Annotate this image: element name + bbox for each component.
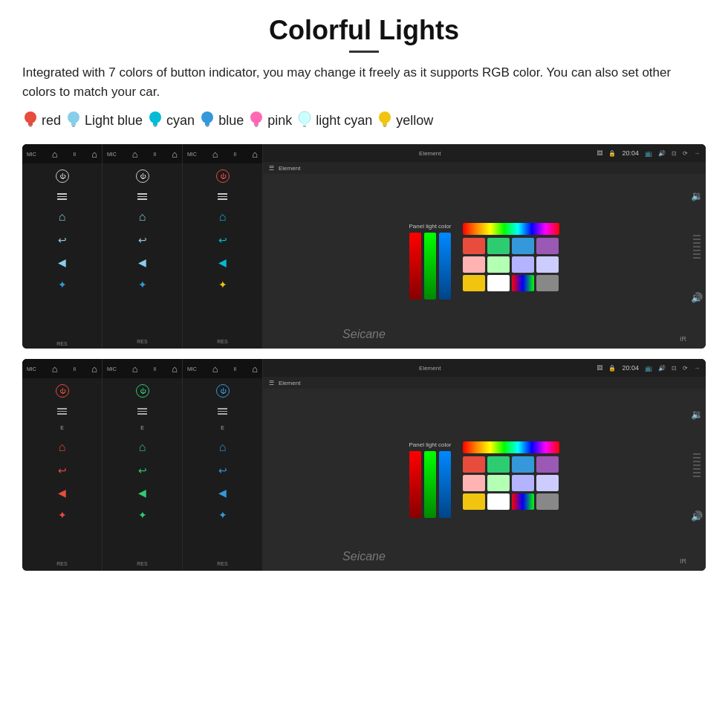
svg-rect-11 [206, 126, 209, 127]
lightcyan-bulb-icon [296, 110, 313, 131]
bottom-unit-section: MIC ⌂ II ⌂ ⏻ E ⌂ ↩ ◀ ✦ [22, 359, 706, 571]
svg-rect-7 [153, 123, 157, 126]
pink-label: pink [267, 113, 292, 129]
screen-subtitle: Element [279, 165, 300, 172]
lightblue-label: Light blue [85, 113, 143, 129]
screen-time-b: 20:04 [622, 364, 639, 372]
screen-time: 20:04 [622, 149, 639, 157]
svg-point-15 [299, 111, 311, 123]
color-pink: pink [248, 110, 292, 131]
yellow-bulb-icon [377, 110, 393, 131]
bottom-panel-green: MIC ⌂ II ⌂ ⏻ E ⌂ ↩ ◀ ✦ [103, 359, 183, 571]
top-unit-section: MIC ⌂ II ⌂ ⏻ ⌂ ↩ ◀ ✦ RES [22, 144, 706, 349]
panel-light-label: Panel light color [409, 223, 452, 230]
top-panel-3: MIC ⌂ II ⌂ ⏻ ⌂ ↩ ◀ ✦ RES [183, 144, 263, 349]
vol-down-icon: 🔉 [691, 190, 703, 201]
res-label-1: RES [56, 341, 67, 346]
svg-rect-13 [254, 123, 259, 126]
mic2-label-1: II [73, 152, 76, 157]
cyan-label: cyan [166, 113, 195, 129]
main-screen-top: Element 🖼 🔒 20:04 📺 🔊 ⊡ ⟳ → ☰ Element Pa… [263, 144, 706, 349]
svg-rect-8 [154, 126, 157, 127]
mic-label-1: MIC [27, 152, 36, 157]
top-panel-1: MIC ⌂ II ⌂ ⏻ ⌂ ↩ ◀ ✦ RES [22, 144, 103, 349]
title-divider [349, 51, 379, 53]
menu-icon-1: ⌂ [91, 149, 97, 160]
prev-btn-1: ◀ [58, 256, 66, 268]
svg-point-6 [149, 111, 161, 123]
red-label: red [42, 113, 61, 129]
svg-point-12 [250, 111, 262, 123]
yellow-label: yellow [396, 113, 433, 129]
volume-slider-bottom: 🔉 🔊 [688, 406, 706, 525]
color-indicator-row: red Light blue cyan [22, 110, 706, 131]
back-btn-1: ↩ [58, 234, 67, 246]
color-blue: blue [199, 110, 244, 131]
bottom-panel-blue: MIC ⌂ II ⌂ ⏻ E ⌂ ↩ ◀ ✦ [183, 359, 263, 571]
blue-bulb-icon [199, 110, 215, 131]
svg-rect-1 [28, 123, 33, 126]
svg-point-18 [379, 111, 391, 123]
page-title: Colorful Lights [22, 15, 706, 46]
svg-rect-19 [383, 123, 387, 126]
color-lightcyan: light cyan [296, 110, 372, 131]
pink-bulb-icon [248, 110, 264, 131]
volume-slider-top: 🔉 🔊 [688, 187, 706, 306]
svg-rect-16 [302, 123, 307, 126]
page-container: Colorful Lights Integrated with 7 colors… [0, 0, 728, 596]
cyan-bulb-icon [147, 110, 163, 131]
svg-rect-20 [383, 126, 386, 127]
svg-rect-14 [255, 126, 258, 127]
main-screen-bottom: Element 🖼 🔒 20:04 📺 🔊 ⊡ ⟳ → ☰ Element Pa… [263, 359, 706, 571]
screen-element-title-b: Element [269, 365, 591, 372]
hamburger-icon-1 [57, 193, 67, 200]
hamburger-screen: ☰ [269, 165, 274, 172]
color-yellow: yellow [377, 110, 433, 131]
vol-up-icon: 🔊 [691, 292, 703, 303]
home-btn-1: ⌂ [59, 210, 66, 224]
ir-label-top: IR [680, 335, 686, 343]
svg-rect-4 [71, 123, 76, 126]
screen-element-title: Element [269, 150, 591, 157]
color-cyan: cyan [147, 110, 195, 131]
color-red: red [22, 110, 61, 131]
lightcyan-label: light cyan [316, 113, 372, 129]
svg-rect-17 [303, 126, 306, 127]
bt-icon-1: ✦ [58, 279, 67, 291]
power-icon-1: ⏻ [56, 169, 69, 183]
description-text: Integrated with 7 colors of button indic… [22, 63, 706, 101]
svg-rect-2 [29, 126, 32, 127]
svg-point-0 [25, 111, 36, 123]
home-icon-1: ⌂ [52, 149, 58, 160]
svg-point-9 [201, 111, 213, 123]
color-lightblue: Light blue [65, 110, 143, 131]
svg-rect-5 [72, 126, 75, 127]
bottom-panel-red: MIC ⌂ II ⌂ ⏻ E ⌂ ↩ ◀ ✦ [22, 359, 103, 571]
svg-point-3 [68, 111, 79, 123]
blue-label: blue [218, 113, 244, 129]
ir-label-bottom: IR [680, 557, 686, 565]
lightblue-bulb-icon [65, 110, 82, 131]
panel-light-display: Panel light color [409, 223, 560, 299]
red-bulb-icon [22, 110, 39, 131]
top-panel-2: MIC ⌂ II ⌂ ⏻ ⌂ ↩ ◀ ✦ RES [103, 144, 183, 349]
svg-rect-10 [205, 123, 209, 126]
